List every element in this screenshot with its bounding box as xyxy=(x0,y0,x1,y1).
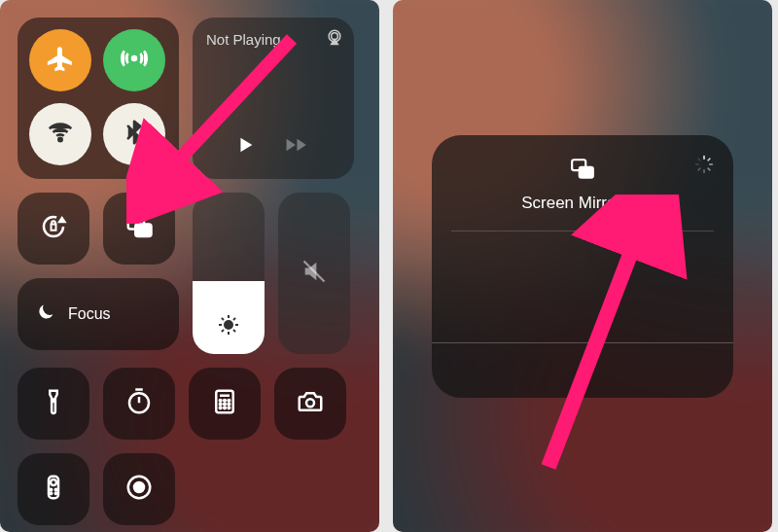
svg-point-14 xyxy=(220,400,222,402)
airplane-icon xyxy=(46,44,75,77)
cellular-data-toggle[interactable] xyxy=(103,29,165,91)
focus-label: Focus xyxy=(68,305,111,323)
rotation-lock-icon xyxy=(39,212,68,245)
now-playing-title: Not Playing xyxy=(206,31,340,48)
svg-point-16 xyxy=(229,400,230,402)
svg-point-31 xyxy=(134,482,144,492)
svg-point-19 xyxy=(229,404,230,406)
camera-icon xyxy=(296,387,325,420)
screen-mirroring-icon xyxy=(124,212,154,245)
svg-point-18 xyxy=(224,404,226,406)
calculator-button[interactable] xyxy=(189,368,261,440)
svg-line-38 xyxy=(698,168,700,170)
svg-point-22 xyxy=(229,407,230,408)
svg-line-34 xyxy=(708,159,710,160)
tv-remote-icon xyxy=(39,473,68,506)
svg-point-21 xyxy=(224,407,226,408)
svg-point-0 xyxy=(132,56,136,60)
wifi-toggle[interactable] xyxy=(29,103,91,165)
flashlight-icon xyxy=(39,387,68,420)
svg-point-25 xyxy=(51,479,56,485)
svg-point-23 xyxy=(306,399,314,407)
screen-mirroring-icon xyxy=(566,157,599,186)
svg-point-28 xyxy=(51,493,53,495)
focus-button[interactable]: Focus xyxy=(18,278,179,350)
rotation-lock-button[interactable] xyxy=(18,193,89,265)
forward-icon[interactable] xyxy=(285,135,312,160)
loading-spinner-icon xyxy=(694,155,714,178)
bluetooth-toggle[interactable] xyxy=(103,103,165,165)
now-playing-tile[interactable]: Not Playing xyxy=(193,18,354,179)
divider xyxy=(432,342,733,343)
connectivity-group[interactable] xyxy=(18,18,179,179)
calculator-icon xyxy=(210,387,239,420)
svg-rect-42 xyxy=(580,166,593,177)
svg-line-40 xyxy=(698,159,700,160)
mute-icon xyxy=(301,258,328,289)
tv-remote-button[interactable] xyxy=(18,453,89,525)
cellular-icon xyxy=(120,44,149,77)
bluetooth-icon xyxy=(120,118,149,151)
flashlight-button[interactable] xyxy=(18,368,89,440)
control-center-screenshot: Not Playing xyxy=(0,0,379,532)
play-icon[interactable] xyxy=(234,134,256,161)
screen-mirroring-title: Screen Mirroring xyxy=(521,194,644,213)
svg-point-29 xyxy=(55,493,57,495)
svg-point-15 xyxy=(224,400,226,402)
screen-record-icon xyxy=(124,473,154,506)
camera-button[interactable] xyxy=(274,368,346,440)
airplane-mode-toggle[interactable] xyxy=(29,29,91,91)
volume-slider[interactable] xyxy=(278,193,350,354)
svg-rect-5 xyxy=(52,225,56,231)
timer-icon xyxy=(124,387,154,420)
svg-point-8 xyxy=(225,321,232,329)
moon-icon xyxy=(35,301,56,327)
svg-rect-7 xyxy=(135,225,151,237)
airplay-icon[interactable] xyxy=(325,27,344,51)
svg-point-17 xyxy=(220,404,222,406)
screen-mirroring-panel[interactable]: Screen Mirroring xyxy=(432,135,733,398)
wifi-icon xyxy=(46,118,75,151)
svg-point-26 xyxy=(51,489,53,491)
svg-line-36 xyxy=(708,168,710,170)
brightness-slider[interactable] xyxy=(193,193,265,354)
svg-point-27 xyxy=(55,489,57,491)
screen-mirroring-screenshot: Screen Mirroring xyxy=(393,0,772,532)
svg-point-1 xyxy=(58,138,62,142)
divider xyxy=(451,231,714,231)
svg-point-20 xyxy=(220,407,222,408)
brightness-icon xyxy=(217,313,240,340)
timer-button[interactable] xyxy=(103,368,175,440)
screen-mirroring-button[interactable] xyxy=(103,193,175,265)
screen-record-button[interactable] xyxy=(103,453,175,525)
svg-point-10 xyxy=(53,400,55,403)
